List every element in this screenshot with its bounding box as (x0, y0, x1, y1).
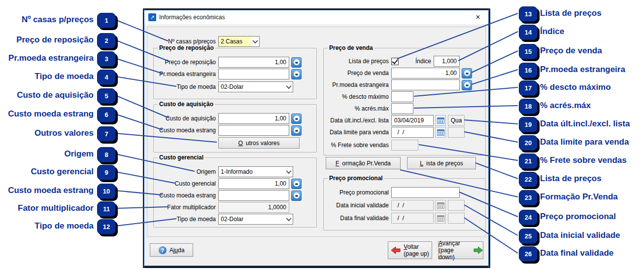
data-ult-input[interactable]: 03/04/2019 (391, 115, 434, 126)
descto-maximo-label: % descto máximo (324, 93, 389, 100)
group-title: Preço promocional (328, 175, 384, 182)
pr-moeda-estrangeira-venda-input[interactable] (391, 79, 460, 90)
dialog-informacoes-economicas: ↗ Informações econômicas × Nº casas p/pr… (144, 10, 489, 266)
field-data-inicial-validade: Data inicial validade / / (324, 200, 465, 211)
ajuda-button[interactable]: ? Ajuda (150, 243, 193, 257)
custo-aquisicao-input[interactable]: 1,00 (218, 113, 289, 124)
preco-promocional-input[interactable] (391, 187, 460, 198)
calendar-icon (437, 117, 444, 124)
preco-reposicao-label: Preço de reposição (156, 59, 216, 66)
calendar-button[interactable] (435, 127, 446, 138)
weekday-box (448, 127, 465, 138)
origem-select[interactable]: 1-Informado (218, 166, 293, 177)
callout-badge-9: 9 (97, 165, 116, 180)
preco-venda-label: Preço de venda (324, 70, 389, 77)
tipo-moeda-label: Tipo de moeda (156, 216, 216, 223)
callout-label-2: Preço de reposição (0, 35, 94, 45)
lista-precos-checkbox[interactable] (391, 58, 399, 65)
field-tipo-moeda-gerencial: Tipo de moeda 02-Dolar (156, 214, 293, 225)
callout-label-13: Lista de preços (540, 8, 602, 19)
callout-label-4: Tipo de moeda (0, 71, 94, 82)
tipo-moeda-gerencial-select[interactable]: 02-Dolar (218, 214, 293, 225)
value-calc-button[interactable] (462, 80, 472, 90)
value-calc-button[interactable] (291, 179, 302, 189)
chevron-down-icon (284, 167, 293, 177)
avancar-button[interactable]: Avançar (page down) (438, 241, 483, 259)
close-button[interactable]: × (470, 11, 486, 23)
field-custo-moeda-estrang-gerencial: Custo moeda estrang (156, 190, 302, 201)
acres-max-input[interactable] (391, 103, 413, 114)
avancar-button-sub: (page down) (439, 247, 471, 261)
preco-venda-input[interactable]: 1,00 (391, 68, 460, 78)
field-custo-gerencial: Custo gerencial 1,00 (156, 178, 302, 189)
field-pr-moeda-estrangeira-venda: Pr.moeda estrangeira (324, 79, 472, 90)
voltar-button[interactable]: Voltar (page up) (388, 241, 432, 259)
callout-badge-16: 16 (519, 63, 538, 78)
voltar-button-sub: (page up) (404, 250, 429, 257)
field-data-limite-venda: Data limite para venda / / (324, 127, 465, 138)
custo-gerencial-label: Custo gerencial (156, 180, 216, 187)
lista-de-precos-button[interactable]: Lista de preços (407, 157, 476, 169)
value-calc-button[interactable] (291, 125, 302, 136)
custo-moeda-estrang-gerencial-input[interactable] (218, 190, 289, 201)
value-calc-button[interactable] (291, 114, 302, 124)
callout-badge-11: 11 (97, 201, 116, 217)
field-acres-max: % acrés.máx (324, 103, 413, 114)
value-calc-button[interactable] (291, 69, 302, 79)
callout-label-7: Outros valores (0, 128, 94, 139)
custo-gerencial-input[interactable]: 1,00 (218, 178, 289, 189)
data-limite-input[interactable]: / / (391, 127, 434, 138)
custo-moeda-estrang-label: Custo moeda estrang (156, 192, 216, 199)
lista-precos-label: Lista de preços (324, 58, 389, 65)
value-calc-button[interactable] (291, 191, 302, 201)
field-preco-reposicao: Preço de reposição 1,00 (156, 57, 302, 68)
right-arrow-icon (474, 246, 483, 254)
ncasas-select[interactable]: 2 Casas (218, 36, 260, 47)
callout-badge-3: 3 (97, 51, 116, 67)
weekday-box: Qua (448, 115, 465, 126)
field-origem: Origem 1-Informado (156, 166, 293, 177)
chevron-down-icon (284, 82, 293, 92)
clock-icon (294, 59, 300, 65)
callout-label-20: Data limite para venda (540, 137, 629, 148)
frete-input (391, 140, 418, 151)
value-calc-button[interactable] (462, 68, 472, 78)
descto-maximo-input[interactable] (391, 91, 413, 102)
preco-reposicao-input[interactable]: 1,00 (218, 57, 289, 68)
callout-label-25: Data inicial validade (540, 230, 620, 241)
callout-badge-26: 26 (519, 246, 538, 262)
callout-badge-8: 8 (97, 147, 116, 162)
weekday-box (448, 200, 465, 211)
callout-badge-18: 18 (519, 99, 538, 114)
callout-label-16: Pr.moeda estrangeira (540, 64, 625, 75)
formacao-pr-venda-button[interactable]: Formação Pr.Venda (326, 157, 401, 169)
fator-multiplicador-input: 1,0000 (218, 202, 289, 213)
callout-label-26: Data final validade (540, 248, 613, 259)
callout-label-5: Custo de aquisição (0, 90, 94, 101)
callout-badge-12: 12 (97, 219, 116, 234)
calendar-icon (437, 215, 444, 222)
callout-badge-5: 5 (97, 88, 116, 104)
custo-moeda-estrang-input[interactable] (218, 125, 289, 136)
callout-label-10: Custo moeda estrang (0, 185, 94, 196)
tipo-moeda-select[interactable]: 02-Dolar (218, 81, 293, 92)
callout-badge-17: 17 (519, 80, 538, 96)
callout-label-23: Formação Pr.Venda (540, 192, 618, 202)
field-frete-sobre-vendas: % Frete sobre vendas (324, 140, 418, 151)
data-inicial-input: / / (391, 200, 434, 211)
calendar-button[interactable] (435, 115, 446, 126)
custo-aquisicao-label: Custo de aquisição (156, 115, 216, 122)
indice-input[interactable]: 1,000 (434, 56, 460, 67)
callout-badge-14: 14 (519, 25, 538, 40)
field-descto-maximo: % descto máximo (324, 91, 413, 102)
pr-moeda-estrangeira-label: Pr.moeda estrangeira (156, 71, 216, 77)
callout-label-9: Custo gerencial (0, 166, 94, 177)
field-lista-precos-indice: Lista de preços Índice 1,000 (324, 56, 460, 67)
pr-moeda-estrangeira-input[interactable] (218, 69, 289, 79)
outros-valores-button[interactable]: Outros valores (218, 137, 300, 149)
data-final-input: / / (391, 213, 434, 224)
callout-badge-25: 25 (519, 229, 538, 244)
data-final-label: Data final validade (324, 215, 389, 222)
clock-icon (294, 116, 300, 121)
value-calc-button[interactable] (291, 57, 302, 68)
